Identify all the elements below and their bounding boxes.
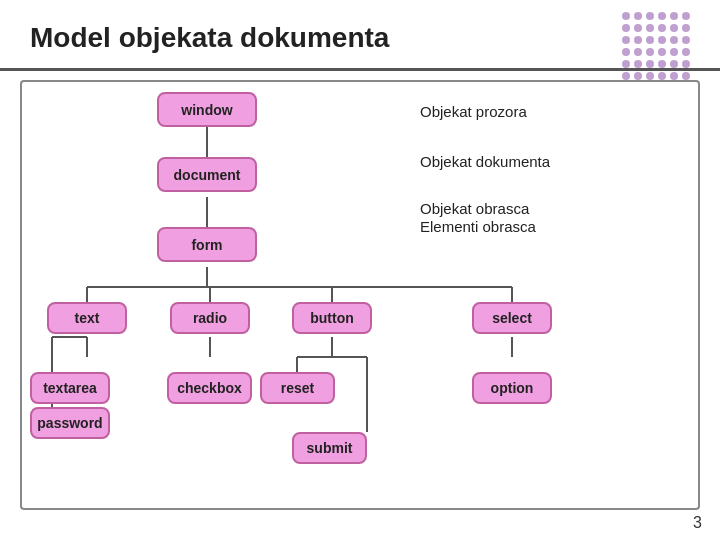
node-button: button [292,302,372,334]
node-text: text [47,302,127,334]
page: Model objekata dokumenta [0,0,720,540]
label-prozora: Objekat prozora [420,103,527,120]
label-elementi: Elementi obrasca [420,218,536,235]
node-reset: reset [260,372,335,404]
node-option: option [472,372,552,404]
node-textarea: textarea [30,372,110,404]
tree-area: window document form text radio button s… [20,80,700,510]
page-title: Model objekata dokumenta [30,22,389,54]
node-submit: submit [292,432,367,464]
node-radio: radio [170,302,250,334]
title-divider [0,68,720,71]
decorative-dots [620,10,710,90]
node-document: document [157,157,257,192]
node-form: form [157,227,257,262]
node-checkbox: checkbox [167,372,252,404]
node-window: window [157,92,257,127]
label-dokumenta: Objekat dokumenta [420,153,550,170]
label-obrasca: Objekat obrasca [420,200,529,217]
node-password: password [30,407,110,439]
page-number: 3 [693,514,702,532]
node-select: select [472,302,552,334]
